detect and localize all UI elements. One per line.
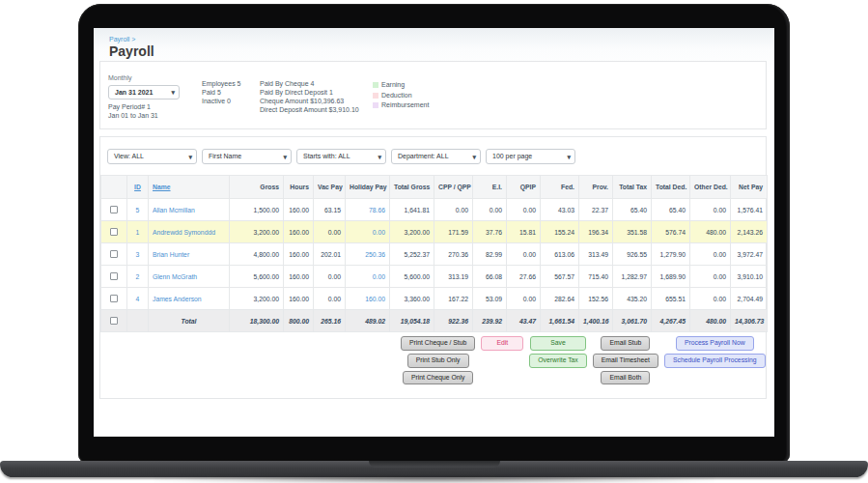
- column-header-name[interactable]: Name: [149, 176, 230, 199]
- column-header-total-gross: Total Gross: [390, 176, 434, 199]
- cell-cpp-qpp: 171.59: [434, 221, 473, 243]
- cell-total-tax: 926.55: [613, 243, 652, 266]
- inactive-count: Inactive 0: [202, 98, 240, 105]
- total-hours: 800.00: [284, 310, 314, 332]
- cell-holiday-pay[interactable]: 160.00: [346, 288, 390, 310]
- cell-hours: 160.00: [284, 266, 314, 288]
- table-row-employee-glenn-mcgrath: 2Glenn McGrath5,600.00160.000.000.005,60…: [101, 266, 768, 288]
- schedule-payroll-processing-button[interactable]: Schedule Payroll Processing: [664, 354, 766, 368]
- payroll-table-body: 5Allan Mcmillan1,500.00160.0063.1578.661…: [101, 199, 768, 332]
- checkbox-cell: [101, 288, 127, 310]
- cell-other-ded: 0.00: [690, 288, 731, 310]
- total-prov: 1,400.16: [579, 310, 613, 332]
- column-header-total-tax: Total Tax: [613, 176, 652, 199]
- breadcrumb[interactable]: Payroll >: [109, 36, 135, 43]
- pay-date-select[interactable]: Jan 31 2021 ▾: [108, 85, 180, 99]
- chevron-down-icon: ▾: [283, 151, 287, 164]
- legend-label: Earning: [381, 81, 405, 89]
- total-holiday-pay: 489.02: [346, 310, 390, 332]
- header-checkbox-cell: [101, 176, 127, 199]
- column-header-holiday-pay: Holiday Pay: [346, 176, 390, 199]
- total-qpip: 43.47: [507, 310, 541, 332]
- filter-select-view-all[interactable]: View: ALL▾: [107, 149, 197, 164]
- process-payroll-now-button[interactable]: Process Payroll Now: [676, 336, 754, 351]
- cell-prov: 22.37: [579, 199, 613, 221]
- button-group-4: Process Payroll NowSchedule Payroll Proc…: [664, 336, 766, 368]
- row-checkbox[interactable]: [110, 206, 118, 213]
- cell-total-ded: 1,279.90: [652, 243, 690, 266]
- employee-name-link[interactable]: Andrewdd Symonddd: [149, 221, 230, 243]
- employee-name-link[interactable]: Glenn McGrath: [149, 266, 230, 288]
- paid-count: Paid 5: [202, 89, 240, 97]
- employee-id-link[interactable]: 4: [127, 288, 149, 310]
- row-checkbox[interactable]: [110, 317, 118, 325]
- cell-hours: 160.00: [284, 288, 314, 310]
- cell-vac-pay: 202.01: [314, 243, 346, 266]
- column-header-e-i: E.I.: [473, 176, 507, 199]
- cell-e-i: 82.99: [473, 243, 507, 266]
- print-cheque-stub-button[interactable]: Print Cheque / Stub: [401, 336, 475, 351]
- column-header-qpip: QPIP: [507, 176, 541, 199]
- email-timesheet-button[interactable]: Email Timesheet: [593, 354, 658, 368]
- cell-qpip: 0.00: [507, 243, 541, 266]
- total-id-cell: [127, 310, 149, 332]
- button-group-3: Email StubEmail TimesheetEmail Both: [593, 336, 658, 384]
- payroll-table-header: IDNameGrossHoursVac PayHoliday PayTotal …: [101, 176, 768, 199]
- email-stub-button[interactable]: Email Stub: [601, 336, 650, 351]
- print-cheque-only-button[interactable]: Print Cheque Only: [403, 371, 474, 385]
- chevron-down-icon: ▾: [188, 151, 192, 164]
- employee-id-link[interactable]: 5: [127, 199, 149, 221]
- filter-select-100-per-page[interactable]: 100 per page▾: [486, 149, 575, 164]
- cell-total-tax: 1,282.97: [613, 266, 652, 288]
- email-both-button[interactable]: Email Both: [601, 371, 650, 385]
- paid-by-cheque: Paid By Cheque 4: [260, 80, 359, 88]
- print-stub-only-button[interactable]: Print Stub Only: [407, 354, 469, 368]
- cell-vac-pay: 0.00: [314, 266, 346, 288]
- cell-holiday-pay[interactable]: 0.00: [346, 266, 390, 288]
- period-frequency-label: Monthly: [108, 74, 180, 82]
- employee-name-link[interactable]: Allan Mcmillan: [149, 199, 230, 221]
- column-header-cpp-qpp: CPP / QPP: [434, 176, 473, 199]
- legend-swatch-reimbursement: [373, 102, 378, 108]
- cell-total-gross: 1,641.81: [390, 199, 434, 221]
- employee-name-link[interactable]: Brian Hunter: [149, 243, 230, 266]
- filter-select-department-all[interactable]: Department: ALL▾: [391, 149, 481, 164]
- employee-name-link[interactable]: James Anderson: [149, 288, 230, 310]
- employee-id-link[interactable]: 2: [127, 266, 149, 288]
- employee-id-link[interactable]: 1: [127, 221, 149, 243]
- column-header-fed: Fed.: [541, 176, 579, 199]
- filter-select-first-name[interactable]: First Name▾: [202, 149, 292, 164]
- cell-holiday-pay[interactable]: 0.00: [346, 221, 390, 243]
- legend: EarningDeductionReimbursement: [373, 81, 429, 112]
- checkbox-cell: [101, 310, 127, 332]
- legend-swatch-deduction: [373, 93, 378, 99]
- cell-total-ded: 1,689.90: [652, 266, 690, 288]
- row-checkbox[interactable]: [110, 272, 118, 280]
- row-checkbox[interactable]: [110, 295, 118, 302]
- cell-e-i: 66.08: [473, 266, 507, 288]
- total-gross: 18,300.00: [230, 310, 284, 332]
- table-row-employee-andrewdd-symonddd: 1Andrewdd Symonddd3,200.00160.000.000.00…: [101, 221, 768, 243]
- filter-select-starts-with-all[interactable]: Starts with: ALL▾: [296, 149, 386, 164]
- total-total-gross: 19,054.18: [390, 310, 434, 332]
- cell-holiday-pay[interactable]: 250.36: [346, 243, 390, 266]
- table-row-total: Total18,300.00800.00265.16489.0219,054.1…: [101, 310, 768, 332]
- cell-holiday-pay[interactable]: 78.66: [346, 199, 390, 221]
- row-checkbox[interactable]: [110, 228, 118, 236]
- pay-period-range: Jan 01 to Jan 31: [108, 112, 180, 120]
- row-checkbox[interactable]: [110, 250, 118, 258]
- edit-button[interactable]: Edit: [481, 336, 523, 351]
- cell-fed: 43.03: [541, 199, 579, 221]
- cell-e-i: 53.09: [473, 288, 507, 310]
- paid-by-direct-deposit: Paid By Direct Deposit 1: [260, 89, 359, 97]
- cell-vac-pay: 0.00: [314, 221, 346, 243]
- overwrite-tax-button[interactable]: Overwrite Tax: [529, 354, 586, 368]
- cell-other-ded: 0.00: [690, 266, 731, 288]
- filter-select-value: View: ALL: [114, 153, 144, 159]
- cell-e-i: 0.00: [473, 199, 507, 221]
- button-group-1: Edit: [481, 336, 523, 351]
- chevron-down-icon: ▾: [171, 86, 175, 99]
- column-header-id[interactable]: ID: [127, 176, 149, 199]
- employee-id-link[interactable]: 3: [127, 243, 149, 266]
- save-button[interactable]: Save: [530, 336, 586, 351]
